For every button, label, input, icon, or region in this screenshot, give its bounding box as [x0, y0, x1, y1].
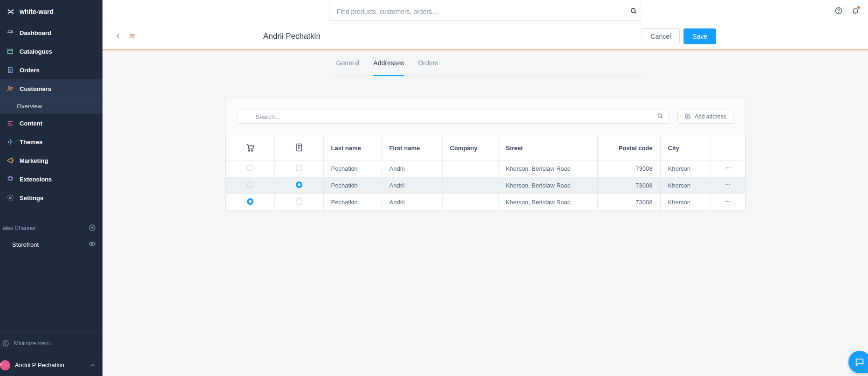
sidebar-item-label: Themes [20, 139, 42, 146]
table-row[interactable]: PechatkinAndriiKherson, Berislaw Road730… [226, 177, 745, 194]
sidebar-item-customers[interactable]: Customers [0, 79, 103, 98]
col-lastname[interactable]: Last name [323, 136, 382, 160]
visibility-icon[interactable] [89, 240, 96, 249]
addresses-table: Last name First name Company Street Post… [226, 136, 745, 211]
sidebar-item-label: Marketing [20, 157, 48, 164]
content-icon [7, 119, 14, 127]
sidebar-item-marketing[interactable]: Marketing [0, 151, 103, 170]
sidebar-item-storefront[interactable]: Storefront [0, 235, 103, 254]
sidebar-item-label: Extensions [20, 176, 52, 183]
cell-firstname: Andrii [382, 177, 442, 194]
search-icon[interactable] [657, 113, 663, 121]
radio-icon[interactable] [296, 165, 302, 171]
svg-point-10 [130, 34, 132, 35]
col-firstname[interactable]: First name [382, 136, 442, 160]
addresses-card: Add address Last name First name Company… [225, 97, 746, 211]
cell-postalcode: 73008 [597, 177, 660, 194]
billing-icon [294, 146, 304, 153]
svg-point-5 [91, 243, 93, 244]
tab-addresses[interactable]: Addresses [373, 50, 404, 76]
svg-point-22 [729, 184, 730, 185]
tabs: General Addresses Orders [329, 50, 642, 77]
current-user[interactable]: P Andrii P Pechatkin [0, 354, 103, 376]
radio-checked-icon[interactable] [296, 181, 302, 188]
help-icon[interactable] [834, 7, 843, 16]
cell-postalcode: 73008 [597, 160, 660, 177]
global-search [329, 3, 642, 21]
tab-general[interactable]: General [336, 50, 360, 76]
save-button[interactable]: Save [683, 28, 716, 44]
row-actions-icon[interactable] [724, 200, 731, 207]
topbar [103, 0, 868, 23]
sidebar-item-orders[interactable]: Orders [0, 61, 103, 79]
logo-icon [7, 7, 15, 16]
cancel-button[interactable]: Cancel [642, 28, 680, 44]
sidebar-item-content[interactable]: Content [0, 114, 103, 132]
radio-icon[interactable] [247, 165, 253, 171]
row-actions-icon[interactable] [724, 183, 731, 190]
cell-city: Kherson [660, 194, 711, 211]
sidebar-item-catalogues[interactable]: Catalogues [0, 42, 103, 61]
col-company[interactable]: Company [442, 136, 498, 160]
back-icon[interactable] [115, 32, 122, 41]
customers-icon [7, 85, 14, 92]
sidebar-item-dashboard[interactable]: Dashboard [0, 23, 103, 42]
shipping-icon [246, 146, 255, 153]
table-row[interactable]: PechatkinAndriiKherson, Berislaw Road730… [226, 194, 745, 211]
sidebar-item-label: Orders [20, 67, 40, 74]
svg-point-12 [658, 114, 662, 118]
svg-point-9 [838, 12, 839, 13]
svg-point-11 [133, 35, 134, 36]
add-sales-channel-icon[interactable] [89, 224, 96, 233]
svg-point-19 [729, 167, 730, 168]
tab-label: Addresses [373, 59, 404, 67]
notifications-icon[interactable] [851, 7, 860, 16]
nav: Dashboard Catalogues Orders Customers Ov… [0, 23, 103, 332]
address-search-input[interactable] [238, 110, 670, 124]
cell-street: Kherson, Berislaw Road [498, 177, 597, 194]
col-postalcode[interactable]: Postal code [597, 136, 660, 160]
add-address-button[interactable]: Add address [677, 110, 733, 124]
sidebar-subitem-overview[interactable]: Overview [0, 98, 103, 114]
cell-street: Kherson, Berislaw Road [498, 194, 597, 211]
cell-street: Kherson, Berislaw Road [498, 160, 597, 177]
add-address-label: Add address [695, 113, 726, 120]
col-city[interactable]: City [660, 136, 711, 160]
svg-point-3 [9, 197, 11, 199]
cell-lastname: Pechatkin [323, 177, 382, 194]
search-icon[interactable] [630, 7, 637, 16]
table-row[interactable]: PechatkinAndriiKherson, Berislaw Road730… [226, 160, 745, 177]
cell-city: Kherson [660, 177, 711, 194]
radio-checked-icon[interactable] [247, 198, 253, 205]
themes-icon [7, 138, 14, 146]
sidebar-item-settings[interactable]: Settings [0, 188, 103, 207]
sidebar-item-label: Settings [20, 195, 43, 202]
cell-postalcode: 73008 [597, 194, 660, 211]
svg-point-21 [727, 184, 728, 185]
cell-company [442, 160, 498, 177]
col-street[interactable]: Street [498, 136, 597, 160]
svg-point-14 [248, 150, 250, 151]
svg-rect-0 [8, 49, 13, 53]
cell-company [442, 194, 498, 211]
notification-dot [857, 6, 860, 9]
breadcrumb-customers-icon[interactable] [129, 32, 136, 41]
row-actions-icon[interactable] [724, 166, 731, 173]
svg-point-18 [727, 167, 728, 168]
radio-icon[interactable] [296, 198, 302, 205]
minimize-menu[interactable]: Minimize menu [0, 332, 103, 354]
cell-lastname: Pechatkin [323, 194, 382, 211]
tab-orders[interactable]: Orders [418, 50, 438, 76]
catalogues-icon [7, 48, 14, 55]
chat-widget[interactable] [848, 351, 868, 373]
global-search-input[interactable] [329, 3, 642, 21]
sidebar-item-label: Storefront [12, 241, 39, 248]
sidebar-item-themes[interactable]: Themes [0, 132, 103, 151]
marketing-icon [7, 157, 14, 164]
cell-firstname: Andrii [382, 194, 442, 211]
page-header: Andrii Pechatkin Cancel Save [103, 23, 868, 50]
sidebar-item-label: Dashboard [20, 29, 51, 36]
radio-icon[interactable] [247, 181, 253, 188]
sidebar-item-label: Content [20, 120, 42, 127]
sidebar-item-extensions[interactable]: Extensions [0, 170, 103, 188]
